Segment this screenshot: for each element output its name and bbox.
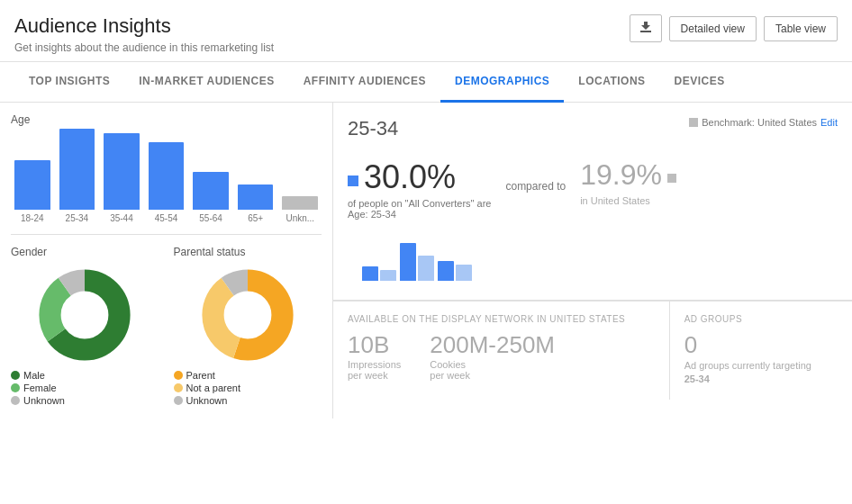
stats-row: 30.0% of people on "All Converters" are …: [348, 158, 838, 220]
parental-unknown-item: Unknown: [174, 395, 322, 406]
parental-parent-item: Parent: [174, 370, 322, 381]
bar-65plus[interactable]: 65+: [238, 184, 274, 223]
bar-45-54[interactable]: 45-54: [149, 142, 185, 223]
bottom-charts: Gender Male: [11, 246, 322, 408]
header-left: Audience Insights Get insights about the…: [14, 14, 274, 54]
mini-bars: [348, 227, 838, 281]
parental-parent-label: Parent: [186, 370, 215, 381]
tabs-bar: TOP INSIGHTS IN-MARKET AUDIENCES AFFINIT…: [0, 62, 852, 103]
bar-unknown[interactable]: Unkn...: [282, 196, 318, 223]
gender-donut-svg: [35, 266, 134, 364]
network-label: AVAILABLE ON THE DISPLAY NETWORK IN UNIT…: [348, 314, 655, 324]
secondary-desc: in United States: [580, 195, 676, 206]
secondary-pct-value: 19.9%: [580, 158, 662, 192]
parental-unknown-dot: [174, 396, 183, 405]
impressions-value: 10B: [348, 331, 401, 359]
parental-legend: Parent Not a parent Unknown: [174, 370, 322, 406]
main-desc-line2: Age: 25-34: [348, 209, 396, 220]
gender-unknown-label: Unknown: [23, 395, 65, 406]
bar-25-34-bar: [59, 129, 95, 210]
cookies-label: Cookies: [430, 359, 555, 370]
mini-bar-1a: [362, 266, 378, 281]
parental-donut: [198, 266, 297, 364]
bar-18-24-bar: [14, 160, 50, 210]
bar-18-24-label: 18-24: [21, 213, 44, 223]
age-chart: 18-24 25-34 35-44 45-54 55-64: [11, 133, 322, 223]
ad-groups-section: AD GROUPS 0 Ad groups currently targetin…: [670, 302, 852, 400]
gender-female-dot: [11, 383, 20, 392]
main-stat: 30.0% of people on "All Converters" are …: [348, 158, 491, 220]
gender-unknown-item: Unknown: [11, 395, 159, 406]
top-right: 25-34 Benchmark: United States Edit 30.0…: [333, 103, 852, 301]
bar-55-64-label: 55-64: [199, 213, 222, 223]
cookies-stat: 200M-250M Cookies per week: [430, 331, 555, 381]
secondary-stat: 19.9% in United States: [580, 158, 676, 206]
bar-55-64-bar: [193, 172, 229, 210]
benchmark-edit-link[interactable]: Edit: [820, 117, 838, 128]
benchmark-bar: Benchmark: United States Edit: [689, 117, 838, 128]
parental-notparent-label: Not a parent: [186, 382, 241, 393]
main-content: Age 18-24 25-34 35-44 45-54: [0, 103, 852, 418]
gender-unknown-dot: [11, 396, 20, 405]
secondary-pct: 19.9%: [580, 158, 676, 192]
mini-bar-3a: [438, 261, 454, 281]
tab-top-insights[interactable]: TOP INSIGHTS: [14, 62, 124, 103]
tab-affinity[interactable]: AFFINITY AUDIENCES: [289, 62, 440, 103]
mini-bar-3b: [456, 265, 472, 281]
main-pct: 30.0%: [348, 158, 491, 196]
gender-male-item: Male: [11, 370, 159, 381]
gender-legend: Male Female Unknown: [11, 370, 159, 406]
bar-65plus-bar: [238, 184, 274, 210]
mini-bar-2b: [418, 256, 434, 281]
detailed-view-button[interactable]: Detailed view: [669, 16, 757, 41]
gender-male-label: Male: [23, 370, 45, 381]
bar-55-64[interactable]: 55-64: [193, 172, 229, 223]
bar-35-44-label: 35-44: [110, 213, 133, 223]
bar-unknown-label: Unkn...: [286, 213, 314, 223]
parental-parent-dot: [174, 371, 183, 380]
right-panel: 25-34 Benchmark: United States Edit 30.0…: [333, 103, 852, 418]
compared-to-label: compared to: [505, 158, 566, 193]
benchmark-dot: [689, 118, 698, 127]
tab-demographics[interactable]: DEMOGRAPHICS: [440, 62, 564, 103]
parental-unknown-label: Unknown: [186, 395, 228, 406]
mini-bar-group-2: [400, 243, 434, 281]
left-panel: Age 18-24 25-34 35-44 45-54: [0, 103, 333, 418]
impressions-label: Impressions: [348, 359, 401, 370]
ad-groups-value: 0: [684, 331, 838, 359]
page-title: Audience Insights: [14, 14, 274, 38]
bar-25-34-label: 25-34: [66, 213, 89, 223]
table-view-button[interactable]: Table view: [764, 16, 838, 41]
bar-25-34[interactable]: 25-34: [59, 129, 95, 223]
bar-45-54-bar: [149, 142, 185, 210]
impressions-stat: 10B Impressions per week: [348, 331, 401, 381]
ad-groups-desc: Ad groups currently targeting 25-34: [684, 359, 838, 387]
gender-donut: [35, 266, 134, 364]
main-pct-value: 30.0%: [364, 158, 456, 196]
age-section: Age 18-24 25-34 35-44 45-54: [11, 113, 322, 235]
bar-35-44-bar: [104, 133, 140, 210]
secondary-dot: [667, 174, 676, 183]
mini-bar-2a: [400, 243, 416, 281]
benchmark-label: Benchmark: United States: [702, 117, 817, 128]
tab-devices[interactable]: DEVICES: [660, 62, 739, 103]
network-section: AVAILABLE ON THE DISPLAY NETWORK IN UNIT…: [333, 302, 670, 400]
download-icon: [639, 21, 652, 33]
bar-unknown-bar: [282, 196, 318, 210]
parental-chart: Parental status Parent: [174, 246, 322, 408]
bar-18-24[interactable]: 18-24: [14, 160, 50, 223]
tab-in-market[interactable]: IN-MARKET AUDIENCES: [124, 62, 288, 103]
page-subtitle: Get insights about the audience in this …: [14, 41, 274, 54]
gender-chart: Gender Male: [11, 246, 159, 408]
ad-groups-desc-line1: Ad groups currently targeting: [684, 360, 811, 371]
parental-notparent-dot: [174, 383, 183, 392]
parental-donut-svg: [198, 266, 297, 364]
age-title: Age: [11, 113, 322, 126]
tab-locations[interactable]: LOCATIONS: [564, 62, 659, 103]
parental-title: Parental status: [174, 246, 322, 258]
mini-bar-group-3: [438, 261, 472, 281]
download-button[interactable]: [630, 14, 662, 42]
bar-35-44[interactable]: 35-44: [104, 133, 140, 223]
gender-female-label: Female: [23, 382, 57, 393]
svg-rect-0: [640, 31, 651, 32]
